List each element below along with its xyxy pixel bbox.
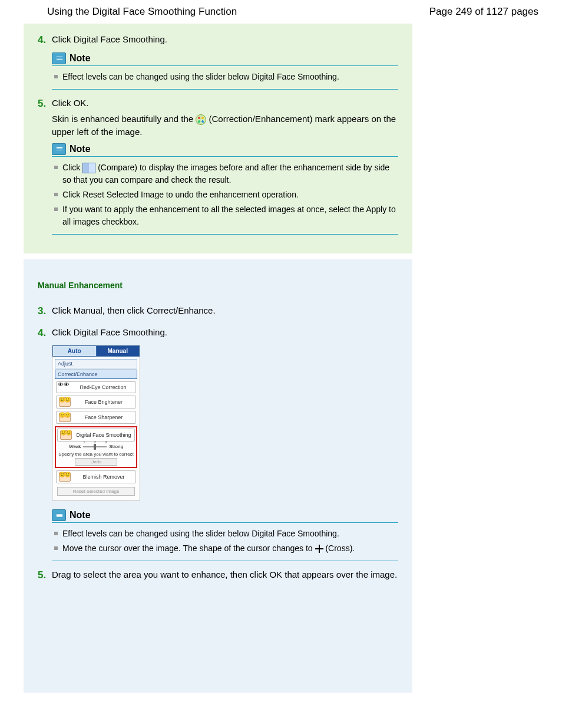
note-label: Note (70, 510, 91, 521)
face-smoothing-icon (60, 430, 72, 440)
reset-selected-image-button[interactable]: Reset Selected Image (57, 487, 135, 496)
step-4: 4. Click Digital Face Smoothing. (38, 33, 398, 48)
tab-manual[interactable]: Manual (96, 345, 140, 357)
blemish-remover-icon (59, 472, 71, 482)
red-eye-icon (59, 383, 70, 391)
step-text: Click OK. (52, 97, 398, 110)
tool-red-eye-correction[interactable]: Red-Eye Correction (56, 381, 136, 393)
note-block: ≡≡ Note Click (Compare) to display the i… (52, 143, 398, 235)
face-sharpener-icon (59, 413, 71, 422)
tab-auto[interactable]: Auto (52, 345, 96, 357)
face-brightener-icon (59, 397, 71, 407)
effect-slider-row: Weak 1 2 3 Strong (57, 444, 135, 449)
step-number: 4. (38, 33, 52, 48)
page-header: Using the Digital Face Smoothing Functio… (0, 0, 562, 24)
note-list: Click (Compare) to display the images be… (52, 157, 398, 235)
undo-button[interactable]: Undo (75, 458, 117, 466)
step-number: 3. (38, 304, 52, 319)
step-text: Click Digital Face Smoothing. (52, 326, 398, 341)
step-5: 5. Drag to select the area you want to e… (38, 568, 398, 583)
note-item: Effect levels can be changed using the s… (52, 71, 398, 83)
note-item: Move the cursor over the image. The shap… (52, 542, 398, 555)
slider-weak-label: Weak (69, 444, 81, 449)
step-body: Click OK. Skin is enhanced beautifully a… (52, 97, 398, 139)
note-label: Note (70, 144, 91, 154)
step-3: 3. Click Manual, then click Correct/Enha… (38, 304, 398, 319)
step-4: 4. Click Digital Face Smoothing. (38, 326, 398, 341)
page-title: Using the Digital Face Smoothing Functio… (47, 6, 237, 18)
step-5: 5. Click OK. Skin is enhanced beautifull… (38, 97, 398, 139)
step-number: 5. (38, 97, 52, 139)
cross-icon (315, 545, 323, 553)
note-item: Effect levels can be changed using the s… (52, 528, 398, 540)
auto-section: 4. Click Digital Face Smoothing. ≡≡ Note… (24, 24, 412, 253)
note-item: Click Reset Selected Image to undo the e… (52, 189, 398, 201)
note-block: ≡≡ Note Effect levels can be changed usi… (52, 52, 398, 90)
tool-face-brightener[interactable]: Face Brightener (56, 396, 136, 409)
note-icon: ≡≡ (52, 52, 66, 64)
note-label: Note (70, 53, 91, 64)
step-text: Click Manual, then click Correct/Enhance… (52, 304, 398, 319)
correction-enhancement-icon (196, 114, 206, 125)
page-indicator: Page 249 of 1127 pages (429, 6, 538, 18)
subtab-adjust[interactable]: Adjust (55, 359, 137, 368)
slider-strong-label: Strong (109, 444, 123, 449)
note-list: Effect levels can be changed using the s… (52, 523, 398, 561)
note-icon: ≡≡ (52, 143, 66, 155)
effect-slider[interactable]: 1 2 3 (83, 444, 107, 449)
step-text: Click Digital Face Smoothing. (52, 33, 398, 48)
note-item: If you want to apply the enhancement to … (52, 203, 398, 228)
manual-heading: Manual Enhancement (38, 281, 398, 290)
tool-face-sharpener[interactable]: Face Sharpener (56, 411, 136, 424)
highlighted-tool-group: Digital Face Smoothing Weak 1 2 3 Strong… (55, 426, 137, 468)
note-item: Click (Compare) to display the images be… (52, 162, 398, 186)
manual-section: Manual Enhancement 3. Click Manual, then… (24, 259, 412, 693)
note-list: Effect levels can be changed using the s… (52, 66, 398, 90)
compare-icon (82, 163, 95, 173)
note-icon: ≡≡ (52, 509, 66, 521)
specify-area-text: Specify the area you want to correct (57, 452, 135, 457)
note-block: ≡≡ Note Effect levels can be changed usi… (52, 509, 398, 561)
step-number: 4. (38, 326, 52, 341)
step-number: 5. (38, 568, 52, 583)
step-text: Drag to select the area you want to enha… (52, 568, 398, 583)
subtab-correct-enhance[interactable]: Correct/Enhance (55, 370, 137, 379)
correct-enhance-panel: Auto Manual Adjust Correct/Enhance Red-E… (52, 345, 140, 501)
tool-blemish-remover[interactable]: Blemish Remover (56, 470, 136, 483)
step-description: Skin is enhanced beautifully and the (Co… (52, 113, 398, 139)
